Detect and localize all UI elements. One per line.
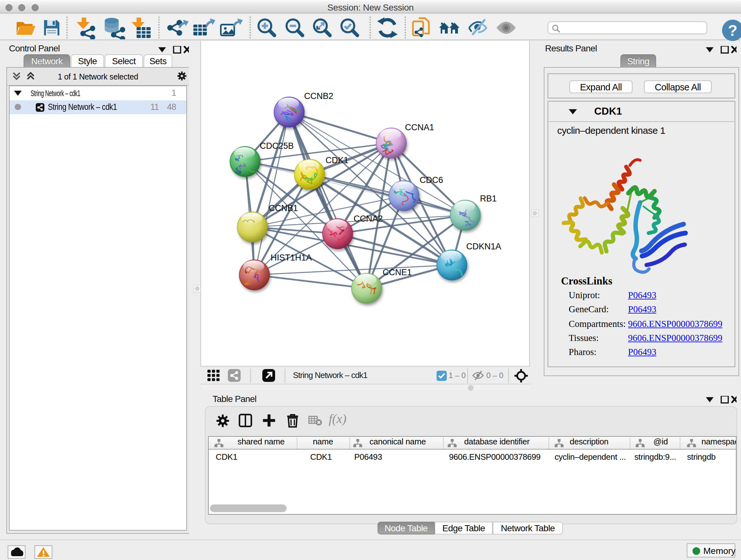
svg-text:CCNE1: CCNE1 (383, 267, 412, 277)
svg-text:CCNB2: CCNB2 (304, 91, 333, 101)
svg-text:CCNA1: CCNA1 (405, 123, 434, 132)
svg-text:CCNA2: CCNA2 (354, 214, 383, 224)
svg-text:CDC25B: CDC25B (260, 141, 294, 151)
svg-text:CCNB1: CCNB1 (269, 203, 298, 213)
svg-text:CDC6: CDC6 (420, 175, 443, 185)
svg-text:?: ? (728, 22, 738, 39)
svg-text:CDK1: CDK1 (326, 155, 348, 165)
svg-text:HIST1H1A: HIST1H1A (271, 253, 312, 262)
svg-text:CDKN1A: CDKN1A (466, 242, 501, 251)
svg-text:RB1: RB1 (480, 194, 497, 203)
